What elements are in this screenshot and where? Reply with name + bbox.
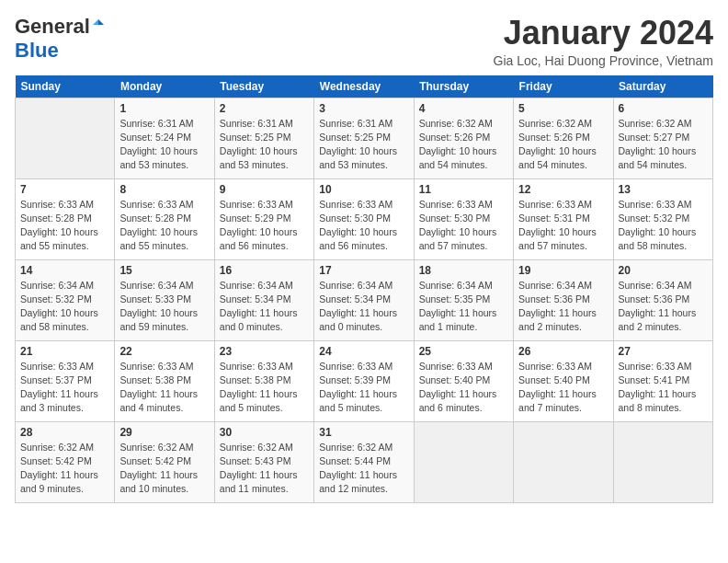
calendar-cell (414, 421, 513, 502)
day-info: Sunrise: 6:32 AM Sunset: 5:26 PM Dayligh… (518, 117, 608, 173)
day-info: Sunrise: 6:31 AM Sunset: 5:25 PM Dayligh… (220, 117, 309, 173)
day-number: 2 (220, 102, 309, 115)
day-number: 7 (20, 183, 109, 196)
day-number: 28 (20, 426, 109, 439)
day-number: 31 (319, 426, 408, 439)
calendar-cell: 18Sunrise: 6:34 AM Sunset: 5:35 PM Dayli… (414, 259, 513, 340)
day-info: Sunrise: 6:33 AM Sunset: 5:32 PM Dayligh… (619, 198, 708, 254)
day-number: 8 (119, 183, 209, 196)
calendar-cell: 23Sunrise: 6:33 AM Sunset: 5:38 PM Dayli… (214, 340, 313, 421)
calendar-cell: 9Sunrise: 6:33 AM Sunset: 5:29 PM Daylig… (214, 178, 313, 259)
day-info: Sunrise: 6:34 AM Sunset: 5:33 PM Dayligh… (119, 279, 209, 335)
calendar-cell: 3Sunrise: 6:31 AM Sunset: 5:25 PM Daylig… (314, 98, 414, 178)
day-number: 27 (619, 345, 708, 358)
col-monday: Monday (115, 75, 214, 98)
day-info: Sunrise: 6:33 AM Sunset: 5:31 PM Dayligh… (518, 198, 608, 254)
calendar-cell: 25Sunrise: 6:33 AM Sunset: 5:40 PM Dayli… (414, 340, 513, 421)
calendar-cell: 24Sunrise: 6:33 AM Sunset: 5:39 PM Dayli… (314, 340, 414, 421)
day-info: Sunrise: 6:33 AM Sunset: 5:30 PM Dayligh… (319, 198, 408, 254)
day-info: Sunrise: 6:31 AM Sunset: 5:25 PM Dayligh… (319, 117, 408, 173)
calendar-cell: 5Sunrise: 6:32 AM Sunset: 5:26 PM Daylig… (514, 98, 613, 178)
calendar-cell: 8Sunrise: 6:33 AM Sunset: 5:28 PM Daylig… (115, 178, 214, 259)
day-info: Sunrise: 6:33 AM Sunset: 5:41 PM Dayligh… (619, 360, 708, 416)
calendar-cell (613, 421, 712, 502)
calendar-table: Sunday Monday Tuesday Wednesday Thursday… (15, 75, 713, 503)
day-info: Sunrise: 6:32 AM Sunset: 5:43 PM Dayligh… (220, 441, 309, 497)
day-info: Sunrise: 6:32 AM Sunset: 5:44 PM Dayligh… (319, 441, 408, 497)
day-number: 30 (220, 426, 309, 439)
day-number: 6 (619, 102, 708, 115)
day-number: 11 (419, 183, 508, 196)
calendar-cell: 15Sunrise: 6:34 AM Sunset: 5:33 PM Dayli… (115, 259, 214, 340)
day-number: 12 (518, 183, 608, 196)
calendar-cell: 14Sunrise: 6:34 AM Sunset: 5:32 PM Dayli… (16, 259, 115, 340)
day-info: Sunrise: 6:34 AM Sunset: 5:36 PM Dayligh… (619, 279, 708, 335)
day-number: 16 (220, 264, 309, 277)
day-number: 13 (619, 183, 708, 196)
calendar-cell: 20Sunrise: 6:34 AM Sunset: 5:36 PM Dayli… (613, 259, 712, 340)
logo-icon (91, 17, 106, 32)
day-info: Sunrise: 6:34 AM Sunset: 5:34 PM Dayligh… (220, 279, 309, 335)
calendar-cell: 7Sunrise: 6:33 AM Sunset: 5:28 PM Daylig… (16, 178, 115, 259)
calendar-cell: 11Sunrise: 6:33 AM Sunset: 5:30 PM Dayli… (414, 178, 513, 259)
day-number: 20 (619, 264, 708, 277)
calendar-cell: 16Sunrise: 6:34 AM Sunset: 5:34 PM Dayli… (214, 259, 313, 340)
day-number: 17 (319, 264, 408, 277)
calendar-cell (514, 421, 613, 502)
day-info: Sunrise: 6:33 AM Sunset: 5:40 PM Dayligh… (518, 360, 608, 416)
day-info: Sunrise: 6:32 AM Sunset: 5:27 PM Dayligh… (619, 117, 708, 173)
day-info: Sunrise: 6:33 AM Sunset: 5:28 PM Dayligh… (119, 198, 209, 254)
day-info: Sunrise: 6:33 AM Sunset: 5:37 PM Dayligh… (20, 360, 109, 416)
day-info: Sunrise: 6:33 AM Sunset: 5:28 PM Dayligh… (20, 198, 109, 254)
calendar-cell: 4Sunrise: 6:32 AM Sunset: 5:26 PM Daylig… (414, 98, 513, 178)
calendar-cell: 22Sunrise: 6:33 AM Sunset: 5:38 PM Dayli… (115, 340, 214, 421)
col-thursday: Thursday (414, 75, 513, 98)
day-number: 29 (119, 426, 209, 439)
logo-general-text: General (15, 15, 90, 39)
day-info: Sunrise: 6:34 AM Sunset: 5:36 PM Dayligh… (518, 279, 608, 335)
day-number: 22 (119, 345, 209, 358)
calendar-cell: 19Sunrise: 6:34 AM Sunset: 5:36 PM Dayli… (514, 259, 613, 340)
header: General Blue January 2024 Gia Loc, Hai D… (15, 15, 713, 68)
day-number: 19 (518, 264, 608, 277)
day-info: Sunrise: 6:34 AM Sunset: 5:35 PM Dayligh… (419, 279, 508, 335)
day-number: 4 (419, 102, 508, 115)
day-info: Sunrise: 6:33 AM Sunset: 5:29 PM Dayligh… (220, 198, 309, 254)
day-number: 9 (220, 183, 309, 196)
day-info: Sunrise: 6:32 AM Sunset: 5:26 PM Dayligh… (419, 117, 508, 173)
day-info: Sunrise: 6:32 AM Sunset: 5:42 PM Dayligh… (20, 441, 109, 497)
month-title: January 2024 (494, 15, 713, 52)
day-info: Sunrise: 6:33 AM Sunset: 5:40 PM Dayligh… (419, 360, 508, 416)
day-number: 26 (518, 345, 608, 358)
day-info: Sunrise: 6:34 AM Sunset: 5:34 PM Dayligh… (319, 279, 408, 335)
calendar-cell: 29Sunrise: 6:32 AM Sunset: 5:42 PM Dayli… (115, 421, 214, 502)
calendar-cell: 10Sunrise: 6:33 AM Sunset: 5:30 PM Dayli… (314, 178, 414, 259)
calendar-cell: 1Sunrise: 6:31 AM Sunset: 5:24 PM Daylig… (115, 98, 214, 178)
day-number: 24 (319, 345, 408, 358)
calendar-cell: 12Sunrise: 6:33 AM Sunset: 5:31 PM Dayli… (514, 178, 613, 259)
calendar-cell: 21Sunrise: 6:33 AM Sunset: 5:37 PM Dayli… (16, 340, 115, 421)
calendar-cell: 30Sunrise: 6:32 AM Sunset: 5:43 PM Dayli… (214, 421, 313, 502)
day-info: Sunrise: 6:31 AM Sunset: 5:24 PM Dayligh… (119, 117, 209, 173)
day-number: 14 (20, 264, 109, 277)
col-wednesday: Wednesday (314, 75, 414, 98)
day-number: 23 (220, 345, 309, 358)
logo-blue-text: Blue (15, 39, 59, 63)
day-info: Sunrise: 6:33 AM Sunset: 5:39 PM Dayligh… (319, 360, 408, 416)
title-block: January 2024 Gia Loc, Hai Duong Province… (494, 15, 713, 68)
logo: General Blue (15, 15, 106, 63)
calendar-cell (16, 98, 115, 178)
calendar-cell: 6Sunrise: 6:32 AM Sunset: 5:27 PM Daylig… (613, 98, 712, 178)
col-friday: Friday (514, 75, 613, 98)
calendar-cell: 28Sunrise: 6:32 AM Sunset: 5:42 PM Dayli… (16, 421, 115, 502)
day-info: Sunrise: 6:32 AM Sunset: 5:42 PM Dayligh… (119, 441, 209, 497)
day-info: Sunrise: 6:34 AM Sunset: 5:32 PM Dayligh… (20, 279, 109, 335)
day-number: 18 (419, 264, 508, 277)
location-subtitle: Gia Loc, Hai Duong Province, Vietnam (494, 53, 713, 68)
calendar-cell: 13Sunrise: 6:33 AM Sunset: 5:32 PM Dayli… (613, 178, 712, 259)
day-info: Sunrise: 6:33 AM Sunset: 5:38 PM Dayligh… (220, 360, 309, 416)
col-saturday: Saturday (613, 75, 712, 98)
day-info: Sunrise: 6:33 AM Sunset: 5:30 PM Dayligh… (419, 198, 508, 254)
day-number: 5 (518, 102, 608, 115)
col-sunday: Sunday (16, 75, 115, 98)
